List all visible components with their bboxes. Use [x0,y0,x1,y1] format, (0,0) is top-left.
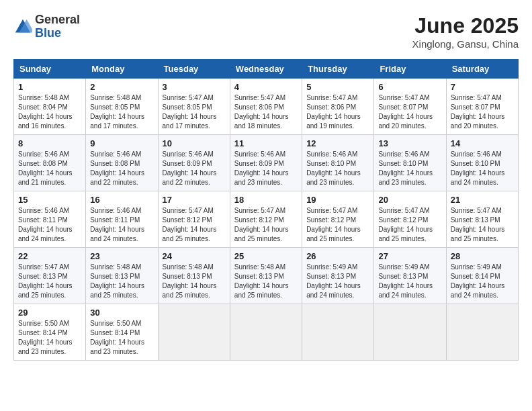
day-number: 21 [451,195,514,205]
day-number: 4 [234,82,298,92]
day-number: 26 [306,251,369,261]
day-info: Sunrise: 5:48 AMSunset: 8:13 PMDaylight:… [234,263,289,299]
month-title: June 2025 [412,13,519,38]
table-cell [230,304,302,361]
day-info: Sunrise: 5:46 AMSunset: 8:10 PMDaylight:… [306,150,361,186]
table-cell: 6 Sunrise: 5:47 AMSunset: 8:07 PMDayligh… [374,79,446,135]
table-cell: 12 Sunrise: 5:46 AMSunset: 8:10 PMDaylig… [302,135,374,191]
day-number: 27 [378,251,441,261]
col-friday: Friday [374,60,446,79]
table-cell: 7 Sunrise: 5:47 AMSunset: 8:07 PMDayligh… [446,79,518,135]
day-number: 8 [18,138,81,148]
table-cell: 8 Sunrise: 5:46 AMSunset: 8:08 PMDayligh… [14,135,86,191]
table-cell: 23 Sunrise: 5:48 AMSunset: 8:13 PMDaylig… [86,248,158,304]
day-info: Sunrise: 5:46 AMSunset: 8:08 PMDaylight:… [18,150,73,186]
day-info: Sunrise: 5:47 AMSunset: 8:07 PMDaylight:… [451,94,505,130]
table-row: 15 Sunrise: 5:46 AMSunset: 8:11 PMDaylig… [14,191,519,248]
table-row: 1 Sunrise: 5:48 AMSunset: 8:04 PMDayligh… [14,79,519,135]
day-info: Sunrise: 5:50 AMSunset: 8:14 PMDaylight:… [90,320,144,355]
day-info: Sunrise: 5:47 AMSunset: 8:06 PMDaylight:… [306,94,361,130]
day-number: 11 [234,138,298,148]
day-info: Sunrise: 5:47 AMSunset: 8:13 PMDaylight:… [451,207,505,242]
col-monday: Monday [86,60,158,79]
table-cell: 9 Sunrise: 5:46 AMSunset: 8:08 PMDayligh… [86,135,158,191]
day-number: 19 [306,195,369,205]
day-number: 3 [163,82,226,92]
location: Xinglong, Gansu, China [412,38,519,50]
table-cell [446,304,518,361]
col-wednesday: Wednesday [230,60,302,79]
day-number: 2 [90,82,153,92]
table-cell: 1 Sunrise: 5:48 AMSunset: 8:04 PMDayligh… [14,79,86,135]
header-row: Sunday Monday Tuesday Wednesday Thursday… [14,60,519,79]
day-number: 5 [306,82,369,92]
day-number: 29 [18,308,81,318]
day-number: 15 [18,195,81,205]
day-info: Sunrise: 5:48 AMSunset: 8:13 PMDaylight:… [90,263,144,299]
day-number: 17 [163,195,226,205]
table-row: 22 Sunrise: 5:47 AMSunset: 8:13 PMDaylig… [14,248,519,304]
table-cell: 28 Sunrise: 5:49 AMSunset: 8:14 PMDaylig… [446,248,518,304]
day-info: Sunrise: 5:47 AMSunset: 8:12 PMDaylight:… [378,207,433,242]
day-number: 22 [18,251,81,261]
day-number: 16 [90,195,153,205]
table-cell: 19 Sunrise: 5:47 AMSunset: 8:12 PMDaylig… [302,191,374,248]
table-cell: 30 Sunrise: 5:50 AMSunset: 8:14 PMDaylig… [86,304,158,361]
table-cell: 18 Sunrise: 5:47 AMSunset: 8:12 PMDaylig… [230,191,302,248]
table-cell: 2 Sunrise: 5:48 AMSunset: 8:05 PMDayligh… [86,79,158,135]
table-cell: 5 Sunrise: 5:47 AMSunset: 8:06 PMDayligh… [302,79,374,135]
header: General Blue June 2025 Xinglong, Gansu, … [13,13,519,50]
day-info: Sunrise: 5:49 AMSunset: 8:14 PMDaylight:… [451,263,505,299]
table-cell: 21 Sunrise: 5:47 AMSunset: 8:13 PMDaylig… [446,191,518,248]
day-number: 7 [451,82,514,92]
table-cell [158,304,230,361]
day-info: Sunrise: 5:50 AMSunset: 8:14 PMDaylight:… [18,320,73,355]
table-cell: 11 Sunrise: 5:46 AMSunset: 8:09 PMDaylig… [230,135,302,191]
day-number: 6 [378,82,441,92]
day-info: Sunrise: 5:46 AMSunset: 8:10 PMDaylight:… [451,150,505,186]
day-number: 12 [306,138,369,148]
day-info: Sunrise: 5:48 AMSunset: 8:04 PMDaylight:… [18,94,73,130]
day-number: 23 [90,251,153,261]
logo-blue-text: Blue [35,27,80,40]
day-number: 25 [234,251,298,261]
table-cell: 29 Sunrise: 5:50 AMSunset: 8:14 PMDaylig… [14,304,86,361]
day-info: Sunrise: 5:48 AMSunset: 8:05 PMDaylight:… [90,94,144,130]
table-cell: 3 Sunrise: 5:47 AMSunset: 8:05 PMDayligh… [158,79,230,135]
title-area: June 2025 Xinglong, Gansu, China [412,13,519,50]
table-row: 29 Sunrise: 5:50 AMSunset: 8:14 PMDaylig… [14,304,519,361]
col-saturday: Saturday [446,60,518,79]
day-number: 9 [90,138,153,148]
day-info: Sunrise: 5:49 AMSunset: 8:13 PMDaylight:… [306,263,361,299]
day-info: Sunrise: 5:47 AMSunset: 8:12 PMDaylight:… [234,207,289,242]
table-cell: 10 Sunrise: 5:46 AMSunset: 8:09 PMDaylig… [158,135,230,191]
day-number: 14 [451,138,514,148]
day-info: Sunrise: 5:47 AMSunset: 8:13 PMDaylight:… [18,263,73,299]
table-cell: 26 Sunrise: 5:49 AMSunset: 8:13 PMDaylig… [302,248,374,304]
day-number: 20 [378,195,441,205]
table-cell [302,304,374,361]
table-cell: 17 Sunrise: 5:47 AMSunset: 8:12 PMDaylig… [158,191,230,248]
day-info: Sunrise: 5:46 AMSunset: 8:09 PMDaylight:… [163,150,217,186]
page: General Blue June 2025 Xinglong, Gansu, … [0,0,532,367]
col-sunday: Sunday [14,60,86,79]
day-info: Sunrise: 5:48 AMSunset: 8:13 PMDaylight:… [163,263,217,299]
table-cell: 24 Sunrise: 5:48 AMSunset: 8:13 PMDaylig… [158,248,230,304]
day-info: Sunrise: 5:47 AMSunset: 8:12 PMDaylight:… [306,207,361,242]
table-cell: 13 Sunrise: 5:46 AMSunset: 8:10 PMDaylig… [374,135,446,191]
table-cell: 14 Sunrise: 5:46 AMSunset: 8:10 PMDaylig… [446,135,518,191]
day-info: Sunrise: 5:46 AMSunset: 8:11 PMDaylight:… [18,207,73,242]
table-cell: 27 Sunrise: 5:49 AMSunset: 8:13 PMDaylig… [374,248,446,304]
day-info: Sunrise: 5:49 AMSunset: 8:13 PMDaylight:… [378,263,433,299]
table-row: 8 Sunrise: 5:46 AMSunset: 8:08 PMDayligh… [14,135,519,191]
table-cell: 22 Sunrise: 5:47 AMSunset: 8:13 PMDaylig… [14,248,86,304]
col-thursday: Thursday [302,60,374,79]
day-info: Sunrise: 5:46 AMSunset: 8:10 PMDaylight:… [378,150,433,186]
table-cell: 4 Sunrise: 5:47 AMSunset: 8:06 PMDayligh… [230,79,302,135]
day-number: 30 [90,308,153,318]
day-number: 1 [18,82,81,92]
day-info: Sunrise: 5:47 AMSunset: 8:07 PMDaylight:… [378,94,433,130]
day-info: Sunrise: 5:47 AMSunset: 8:12 PMDaylight:… [163,207,217,242]
day-info: Sunrise: 5:46 AMSunset: 8:11 PMDaylight:… [90,207,144,242]
table-cell: 15 Sunrise: 5:46 AMSunset: 8:11 PMDaylig… [14,191,86,248]
